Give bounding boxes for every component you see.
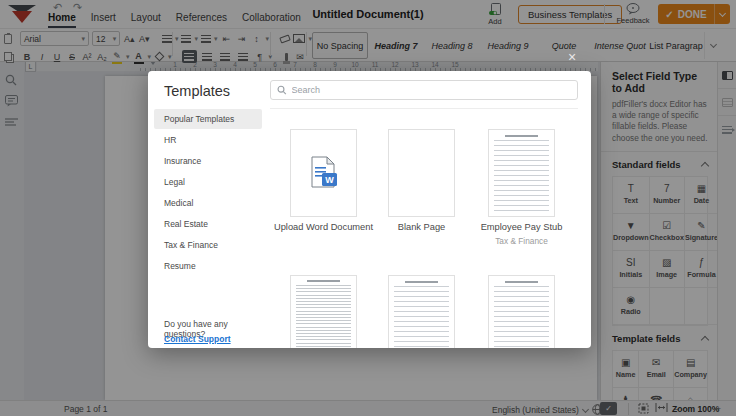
template-card[interactable] [290, 275, 357, 348]
word-document-icon: W [309, 156, 339, 190]
template-card-upload-word[interactable]: W [290, 129, 357, 217]
template-card-blank-page[interactable] [388, 129, 455, 217]
sidebar-item-popular-templates[interactable]: Popular Templates [154, 109, 262, 129]
sidebar-item-hr[interactable]: HR [154, 130, 262, 150]
modal-title: Templates [164, 83, 230, 99]
document-preview [494, 140, 549, 211]
sidebar-item-insurance[interactable]: Insurance [154, 151, 262, 171]
templates-sidebar: Templates Popular Templates HR Insurance… [148, 71, 268, 348]
sidebar-item-real-estate[interactable]: Real Estate [154, 214, 262, 234]
sidebar-item-legal[interactable]: Legal [154, 172, 262, 192]
search-input[interactable] [292, 85, 572, 95]
document-preview [394, 286, 449, 348]
search-icon [277, 85, 287, 95]
docx-editor-app: ↶ ↷ Home Insert Layout References Collab… [0, 0, 736, 416]
template-card[interactable] [488, 275, 555, 348]
document-preview [296, 285, 351, 348]
card-label: Employee Pay Stub Tax & Finance [468, 222, 575, 246]
card-category: Tax & Finance [468, 236, 575, 246]
word-w-glyph: W [325, 175, 334, 185]
sidebar-item-tax-finance[interactable]: Tax & Finance [154, 235, 262, 255]
templates-modal: Templates Popular Templates HR Insurance… [148, 71, 591, 348]
document-preview [494, 286, 549, 348]
sidebar-item-resume[interactable]: Resume [154, 256, 262, 276]
template-search-box[interactable] [270, 80, 578, 100]
card-title: Employee Pay Stub [481, 222, 563, 232]
card-label: Blank Page [368, 222, 475, 234]
contact-support-link[interactable]: Contact Support [164, 334, 231, 344]
card-label: Upload Word Document [270, 222, 377, 234]
sidebar-item-medical[interactable]: Medical [154, 193, 262, 213]
template-card-employee-pay-stub[interactable] [488, 129, 555, 217]
close-icon[interactable]: × [568, 50, 576, 64]
template-card[interactable] [388, 275, 455, 348]
